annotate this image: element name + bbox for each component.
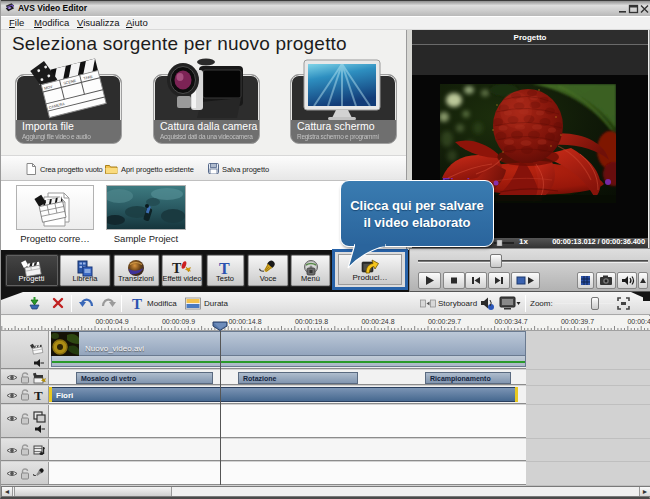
svg-text:T: T — [132, 296, 142, 311]
svg-text:T: T — [34, 389, 43, 401]
